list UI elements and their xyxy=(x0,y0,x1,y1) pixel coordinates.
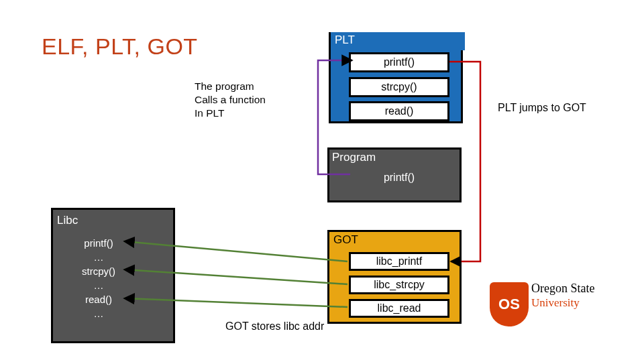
plt-row-strcpy: strcpy() xyxy=(349,77,449,97)
osu-logo: OS Oregon State University xyxy=(490,278,624,339)
got-row-libc_read: libc_read xyxy=(349,299,449,318)
program-header: Program xyxy=(332,151,376,164)
annotation-calls: The program Calls a function In PLT xyxy=(195,80,266,120)
libc-item: strcpy() xyxy=(75,264,122,278)
got-row-libc_printf: libc_printf xyxy=(349,252,449,271)
libc-item: … xyxy=(75,250,122,264)
logo-line1: Oregon State xyxy=(531,282,594,296)
program-call: printf() xyxy=(349,169,449,189)
libc-item: printf() xyxy=(75,236,122,250)
logo-line2: University xyxy=(531,296,594,310)
got-row-libc_strcpy: libc_strcpy xyxy=(349,276,449,294)
annotation-jumps: PLT jumps to GOT xyxy=(498,102,586,114)
libc-items: printf() … strcpy() … read() … xyxy=(75,236,122,320)
plt-row-read: read() xyxy=(349,101,449,121)
got-header: GOT xyxy=(333,233,358,247)
libc-item: … xyxy=(75,306,122,320)
slide-title: ELF, PLT, GOT xyxy=(42,34,198,60)
annotation-stores: GOT stores libc addr xyxy=(225,320,324,333)
plt-header: PLT xyxy=(331,32,465,50)
osu-shield-icon: OS xyxy=(490,282,529,326)
libc-item: … xyxy=(75,278,122,292)
libc-header: Libc xyxy=(57,214,78,227)
plt-row-printf: printf() xyxy=(349,52,449,72)
libc-item: read() xyxy=(75,292,122,306)
